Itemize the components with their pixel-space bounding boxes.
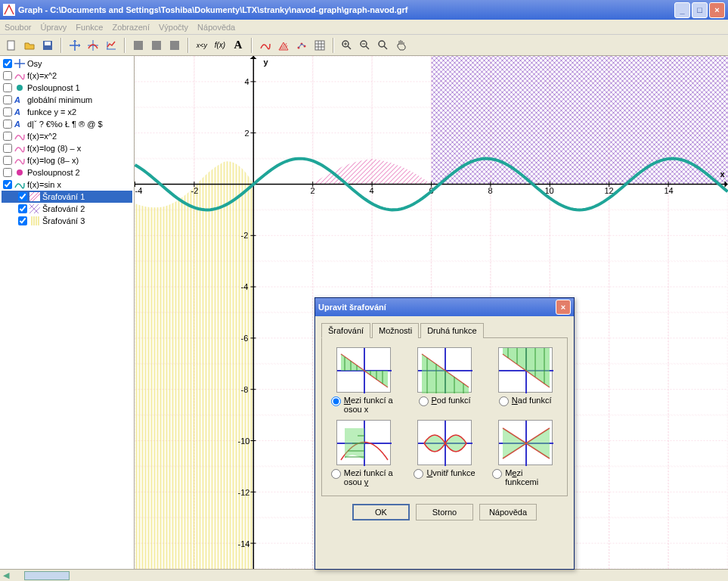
tab-hatch[interactable]: Šrafování xyxy=(321,323,370,338)
points-button[interactable] xyxy=(293,37,310,54)
pan-button[interactable] xyxy=(393,37,410,54)
curve-red-button[interactable] xyxy=(257,37,274,54)
axes-tool-button[interactable] xyxy=(67,37,83,54)
hatch-radio[interactable] xyxy=(331,396,341,406)
maximize-button[interactable]: □ xyxy=(692,2,708,18)
dialog-close-button[interactable]: × xyxy=(556,300,571,315)
zoom-out-button[interactable] xyxy=(357,37,373,54)
ok-button[interactable]: OK xyxy=(352,504,410,520)
tree-item[interactable]: f(x)=x^2 xyxy=(2,70,132,82)
tree-checkbox[interactable] xyxy=(3,168,12,177)
tree-checkbox[interactable] xyxy=(3,180,12,189)
svg-rect-3 xyxy=(45,42,51,45)
dialog-titlebar[interactable]: Upravit šrafování × xyxy=(315,298,574,316)
hatch-preview-icon xyxy=(498,347,553,393)
tree-checkbox[interactable] xyxy=(18,216,27,225)
save-button[interactable] xyxy=(39,37,56,54)
hatch-radio[interactable] xyxy=(419,396,429,406)
new-button[interactable] xyxy=(3,37,20,54)
insert-function-button[interactable] xyxy=(85,37,101,54)
minimize-button[interactable]: _ xyxy=(674,2,690,18)
tree-item-child[interactable]: Šrafování 3 xyxy=(2,215,132,227)
tree-checkbox[interactable] xyxy=(3,156,12,165)
tree-checkbox[interactable] xyxy=(3,59,12,68)
hatch-radio[interactable] xyxy=(492,469,502,479)
statusbar: ◀ xyxy=(0,569,728,581)
svg-text:A: A xyxy=(14,95,20,104)
tree-label: funkce y = x2 xyxy=(27,107,76,117)
text-label-button[interactable]: A xyxy=(230,37,246,54)
insert-graph-button[interactable] xyxy=(103,37,119,54)
hatch-radio[interactable] xyxy=(414,469,423,479)
tree-item[interactable]: f(x)=sin x xyxy=(2,179,132,191)
sidebar: Osyf(x)=x^2Posloupnost 1Aglobální minimu… xyxy=(0,56,135,569)
tree-checkbox[interactable] xyxy=(3,107,12,117)
open-button[interactable] xyxy=(21,37,38,54)
svg-text:y: y xyxy=(264,57,269,67)
tree-checkbox[interactable] xyxy=(18,192,27,201)
hatch-option[interactable]: Mezi funkcí a osou x xyxy=(328,347,400,414)
tree-item[interactable]: Ad|ˇ ? €%o Ł ¶ ® @ $ xyxy=(2,118,132,130)
cancel-button[interactable]: Storno xyxy=(416,504,473,520)
tree-item-child[interactable]: Šrafování 2 xyxy=(2,203,132,215)
scroll-thumb[interactable] xyxy=(24,571,70,580)
hatch-preview-icon xyxy=(336,347,391,393)
svg-point-18 xyxy=(17,169,23,176)
svg-text:-4: -4 xyxy=(241,282,249,291)
hatch-option[interactable]: Pod funkcí xyxy=(409,347,481,414)
hatch-button[interactable] xyxy=(275,37,292,54)
tree-label: Posloupnost 2 xyxy=(27,168,80,177)
tree-item[interactable]: Posloupnost 2 xyxy=(2,166,132,179)
tree-item[interactable]: Afunkce y = x2 xyxy=(2,106,132,118)
hatch-option-label: Nad funkcí xyxy=(512,396,552,405)
tree-label: f(x)=sin x xyxy=(27,180,61,189)
tree-checkbox[interactable] xyxy=(3,95,12,104)
tree-item[interactable]: Posloupnost 1 xyxy=(2,82,132,94)
label-icon: A xyxy=(14,120,25,129)
tree-checkbox[interactable] xyxy=(3,144,12,153)
zoom-in-button[interactable] xyxy=(339,37,355,54)
close-button[interactable]: × xyxy=(709,2,725,18)
gray-button-3[interactable] xyxy=(166,37,183,54)
xy-button[interactable]: x<y xyxy=(194,37,210,54)
gray-button-1[interactable] xyxy=(130,37,147,54)
scroll-left-icon[interactable]: ◀ xyxy=(3,570,9,580)
tree-item[interactable]: f(x)=x^2 xyxy=(2,130,132,142)
svg-rect-5 xyxy=(152,41,161,50)
tab-options[interactable]: Možnosti xyxy=(372,323,419,338)
fx-button[interactable]: f(x) xyxy=(212,37,228,54)
help-button[interactable]: Nápověda xyxy=(479,504,537,520)
hatch-option[interactable]: Mezi funkcí a osou y xyxy=(328,420,400,486)
tree-checkbox[interactable] xyxy=(3,71,12,80)
gray-button-2[interactable] xyxy=(148,37,165,54)
menu-view[interactable]: Zobrazení xyxy=(112,23,150,32)
table-button[interactable] xyxy=(311,37,328,54)
tree-item[interactable]: Aglobální minimum xyxy=(2,94,132,106)
menu-help[interactable]: Nápověda xyxy=(197,23,235,32)
app-icon xyxy=(3,4,15,16)
menu-function[interactable]: Funkce xyxy=(76,23,103,32)
tree-label: Šrafování 3 xyxy=(42,216,85,225)
tree-item[interactable]: f(x)=log (8– x) xyxy=(2,154,132,166)
menu-calc[interactable]: Výpočty xyxy=(159,23,188,32)
hatch-option[interactable]: Mezi funkcemi xyxy=(489,420,561,486)
tree-checkbox[interactable] xyxy=(18,204,27,213)
tree-checkbox[interactable] xyxy=(3,132,12,141)
titlebar: Graph - C:\Documents and Settings\Toshib… xyxy=(0,0,728,20)
hatch-radio[interactable] xyxy=(499,396,509,406)
hatch-option[interactable]: Nad funkcí xyxy=(489,347,561,414)
tree-item-child[interactable]: Šrafování 1 xyxy=(2,191,132,203)
tree-item[interactable]: f(x)=log (8) – x xyxy=(2,142,132,154)
menu-file[interactable]: Soubor xyxy=(5,23,31,32)
hatch-preview-icon xyxy=(417,347,472,393)
hatch-option[interactable]: Uvnitř funkce xyxy=(409,420,481,486)
tree-label: f(x)=log (8) – x xyxy=(27,144,81,153)
tab-second-func[interactable]: Druhá funkce xyxy=(420,323,483,338)
hatch-radio[interactable] xyxy=(331,469,341,479)
tree-item[interactable]: Osy xyxy=(2,57,132,70)
svg-text:-8: -8 xyxy=(241,385,249,394)
tree-checkbox[interactable] xyxy=(3,120,12,129)
zoom-fit-button[interactable] xyxy=(375,37,392,54)
tree-checkbox[interactable] xyxy=(3,83,12,92)
menu-edit[interactable]: Úpravy xyxy=(40,23,67,32)
